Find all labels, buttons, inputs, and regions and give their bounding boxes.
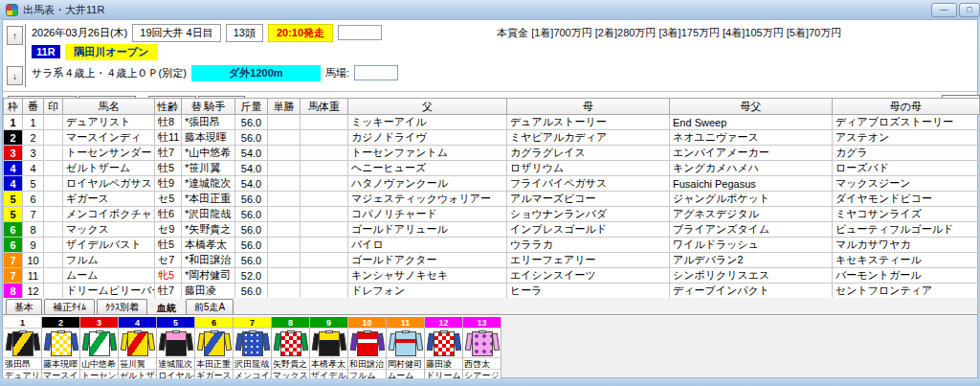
tab-3[interactable]: 血統	[149, 299, 184, 314]
damsire-cell: ブライアンズタイム	[670, 222, 833, 238]
jockey-silk-icon	[234, 329, 271, 358]
table-row[interactable]: 711ムーム牝5*岡村健司52.0キンシャサノキセキエイシンスイーツシンボリクリ…	[4, 268, 980, 284]
race-header: ↑ ↓ 2026年03月26日(木) 19回大井 4日目 13頭 20:10発走…	[3, 20, 977, 92]
silk-number: 12	[425, 317, 462, 329]
jockey-cell: *達城龍次	[182, 176, 235, 192]
dam-cell: ロザリウム	[507, 161, 670, 176]
weight-cell: 56.0	[235, 222, 268, 238]
sex-age-cell: 牡7	[155, 146, 182, 161]
silk-cell-10: 10和田譲治フルム	[348, 317, 387, 381]
body-weight-cell	[301, 176, 348, 192]
waku-cell: 4	[4, 161, 23, 176]
mark-cell	[44, 192, 63, 207]
table-row[interactable]: 22マースインディ牡11藤本現暉56.0カジノドライヴミヤビアルカディアネオユニ…	[4, 130, 980, 146]
horse-name-cell: マックス	[63, 222, 155, 238]
weight-cell: 56.0	[235, 238, 268, 253]
horse-name-cell: デュアリスト	[63, 115, 155, 130]
silk-jockey-name: 山中悠希	[80, 358, 118, 370]
odds-cell	[268, 115, 301, 130]
race-up-button[interactable]: ↑	[7, 26, 23, 45]
maximize-button[interactable]: □	[959, 3, 980, 17]
baba-input[interactable]	[354, 65, 398, 80]
silk-number: 4	[119, 317, 156, 329]
column-header-11: 母父	[670, 99, 833, 115]
odds-cell	[268, 146, 301, 161]
damsire-cell: アグネスデジタル	[670, 207, 833, 222]
dams-dam-cell: ダイヤモンドビコー	[833, 192, 980, 207]
body-weight-cell	[301, 253, 348, 268]
jockey-silk-icon	[42, 329, 79, 358]
damsire-cell: End Sweep	[670, 115, 833, 130]
damsire-cell: シンボリクリスエス	[670, 268, 833, 284]
silk-cell-2: 2藤本現暉マースインディ	[42, 317, 80, 381]
table-row[interactable]: 44ゼルトザーム牡5*笹川翼54.0ヘニーヒューズロザリウムキングカメハメハロー…	[4, 161, 980, 176]
minimize-button[interactable]: —	[931, 3, 957, 17]
tab-1[interactable]: 補正ﾀｲﾑ	[44, 299, 95, 314]
damsire-cell: ディープインパクト	[670, 284, 833, 299]
jockey-silk-icon	[80, 329, 118, 358]
sex-age-cell: セ7	[155, 253, 182, 268]
dam-cell: エイシンスイーツ	[507, 268, 670, 284]
race-down-button[interactable]: ↓	[7, 66, 23, 85]
silk-number: 7	[234, 317, 271, 329]
jockey-cell: 藤本現暉	[182, 130, 235, 146]
jockey-silk-icon	[195, 329, 233, 358]
mark-cell	[44, 238, 63, 253]
dam-cell: フライバイペガサス	[507, 176, 670, 192]
sire-cell: トーセンファントム	[348, 146, 507, 161]
tab-bar: 基本補正ﾀｲﾑｸﾗｽ別着血統前5走A	[3, 298, 977, 315]
silk-cell-9: 9本橋孝太ザイデルバスト	[310, 317, 348, 381]
mark-cell	[44, 176, 63, 192]
dams-dam-cell: ミヤコサンライズ	[833, 207, 980, 222]
dams-dam-cell: カグラ	[833, 146, 980, 161]
table-row[interactable]: 57メンコイボクチャン牡6*沢田龍哉56.0コパノリチャードショウナンランバダア…	[4, 207, 980, 222]
table-row[interactable]: 45ロイヤルペガサス牡9*達城龍次54.0ハタノヴァンクールフライバイペガサスF…	[4, 176, 980, 192]
weight-cell: 56.0	[235, 284, 268, 299]
weight-cell: 54.0	[235, 176, 268, 192]
table-row[interactable]: 56ギガースセ5*本田正重56.0マジェスティックウォリアーアルマーズビコージャ…	[4, 192, 980, 207]
jockey-silk-icon	[272, 329, 309, 358]
damsire-cell: ネオユニヴァース	[670, 130, 833, 146]
table-row[interactable]: 11デュアリスト牡8*張田昂56.0ミッキーアイルデュアルストーリーEnd Sw…	[4, 115, 980, 130]
mark-cell	[44, 268, 63, 284]
horse-name-cell: ギガース	[63, 192, 155, 207]
number-cell: 4	[23, 161, 44, 176]
mark-cell	[44, 222, 63, 238]
header-blank-input[interactable]	[338, 25, 382, 40]
column-header-9: 父	[348, 99, 507, 115]
column-header-4: 性齢	[155, 99, 182, 115]
dam-cell: インプレスゴールド	[507, 222, 670, 238]
mark-cell	[44, 130, 63, 146]
tab-0[interactable]: 基本	[6, 299, 42, 314]
odds-cell	[268, 284, 301, 299]
silks-strip: 1張田昂デュアリスト2藤本現暉マースインディ3山中悠希トーセンサンダー4笹川翼ゼ…	[4, 317, 501, 381]
table-row[interactable]: 710フルムセ7*和田譲治56.0ゴールドアクターエリーフェアリーアルデバラン2…	[4, 253, 980, 268]
silk-cell-1: 1張田昂デュアリスト	[4, 317, 42, 381]
damsire-cell: エンパイアメーカー	[670, 146, 833, 161]
silk-cell-4: 4笹川翼ゼルトザーム	[119, 317, 157, 381]
silk-cell-6: 6本田正重ギガース	[195, 317, 234, 381]
damsire-cell: ワイルドラッシュ	[670, 238, 833, 253]
table-row[interactable]: 69ザイデルバスト牡5本橋孝太56.0バイロウララカワイルドラッシュマルカサワヤ…	[4, 238, 980, 253]
horse-name-cell: マースインディ	[63, 130, 155, 146]
damsire-cell: アルデバラン2	[670, 253, 833, 268]
horse-name-cell: フルム	[63, 253, 155, 268]
tab-4[interactable]: 前5走A	[186, 299, 234, 314]
meeting-label: 19回大井 4日目	[132, 24, 220, 42]
silks-panel: 1張田昂デュアリスト2藤本現暉マースインディ3山中悠希トーセンサンダー4笹川翼ゼ…	[3, 316, 977, 377]
sex-age-cell: 牡5	[155, 238, 182, 253]
table-row[interactable]: 68マックスセ9*矢野貴之56.0ゴールドアリュールインプレスゴールドブライアン…	[4, 222, 980, 238]
silk-number: 5	[157, 317, 194, 329]
tab-2[interactable]: ｸﾗｽ別着	[97, 299, 147, 314]
mark-cell	[44, 146, 63, 161]
silk-jockey-name: 笹川翼	[119, 358, 156, 370]
silk-jockey-name: 岡村健司	[387, 358, 424, 370]
odds-cell	[268, 161, 301, 176]
jockey-cell: *張田昂	[182, 115, 235, 130]
sex-age-cell: 牝5	[155, 268, 182, 284]
titlebar: 出馬表・大井11R — □	[0, 0, 980, 19]
table-row[interactable]: 812ドリームビリーバー牡7藤田凌56.0ドレフォンヒーラディープインパクトセン…	[4, 284, 980, 299]
table-row[interactable]: 33トーセンサンダー牡7*山中悠希54.0トーセンファントムカグラグレイスエンパ…	[4, 146, 980, 161]
number-cell: 12	[23, 284, 44, 299]
number-cell: 2	[23, 130, 44, 146]
